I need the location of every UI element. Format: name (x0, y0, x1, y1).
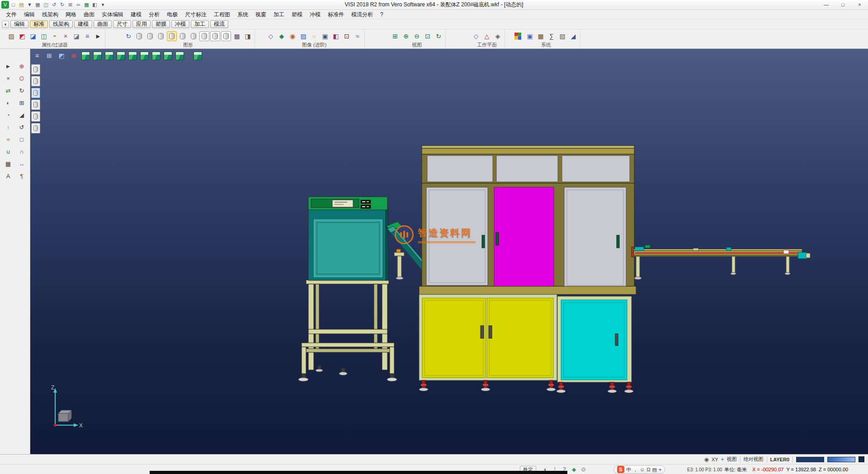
trim-icon[interactable]: × (2, 73, 14, 84)
active-color-swatch[interactable] (859, 456, 864, 462)
select-icon[interactable]: ► (93, 31, 103, 41)
hatch-icon[interactable]: ▨ (557, 31, 567, 41)
settings-status-icon[interactable]: ⊙ (580, 466, 587, 474)
snapshot-icon[interactable]: ⊡ (342, 31, 352, 41)
view-cube-dynamic[interactable] (193, 52, 202, 60)
snap-indicator-icon[interactable]: ◉ (704, 456, 708, 463)
new-file-icon[interactable]: □ (9, 1, 17, 9)
viewport-3d[interactable]: ≡⊞◩⊕ (30, 49, 868, 454)
display-filter-3[interactable] (31, 88, 40, 98)
layer-box-icon[interactable] (221, 31, 231, 41)
ime-toolbar[interactable]: S中，☺Ω▤+ (613, 465, 665, 474)
layer-current-icon[interactable] (167, 31, 177, 41)
restore-button[interactable]: □ (835, 0, 851, 9)
menu-item[interactable]: 实体编辑 (98, 10, 127, 19)
mask-icon[interactable]: ◨ (243, 31, 253, 41)
pattern-icon[interactable]: ▦ (2, 158, 14, 169)
chamfer-icon[interactable]: ◢ (16, 109, 28, 120)
palette-icon[interactable] (514, 31, 524, 41)
toolbar-tab[interactable]: 曲面 (94, 20, 112, 28)
toolbar-tab[interactable]: 应用 (132, 20, 151, 28)
view-cube-iso-4[interactable] (175, 52, 184, 60)
color-filter-icon[interactable]: ◩ (17, 31, 27, 41)
toolbar-tab[interactable]: 模流 (210, 20, 228, 28)
camera-icon[interactable]: ▣ (320, 31, 330, 41)
menu-item[interactable]: 模流分析 (348, 10, 377, 19)
preview-icon[interactable]: ◫ (42, 1, 50, 9)
minimize-button[interactable]: — (818, 0, 835, 9)
view-cube-iso-2[interactable] (152, 52, 160, 60)
move-icon[interactable]: ⇄ (2, 85, 14, 96)
toolbar-tab[interactable]: 加工 (191, 20, 209, 28)
erase-icon[interactable]: ◪ (71, 31, 81, 41)
intersect-icon[interactable]: ∩ (16, 146, 28, 157)
layer-box-icon[interactable] (210, 31, 220, 41)
zoom-window-icon[interactable]: ⊞ (390, 31, 400, 41)
layer-indicator[interactable]: LAYER0 (770, 457, 789, 462)
grid-icon[interactable]: ▩ (83, 1, 90, 9)
link-icon[interactable]: ∞ (75, 1, 82, 9)
menu-item[interactable]: 工程图 (210, 10, 234, 19)
menu-item[interactable]: ? (377, 10, 387, 19)
output-conveyor[interactable] (634, 245, 810, 280)
layer-icon[interactable] (189, 31, 198, 41)
tab-dropdown-icon[interactable]: ▾ (2, 21, 9, 28)
cad-model-canvas[interactable]: Z X (30, 49, 868, 454)
view-cube-iso-3[interactable] (164, 52, 172, 60)
view-cube-left[interactable] (117, 52, 125, 60)
zoom-fit-icon[interactable]: ⊡ (423, 31, 433, 41)
zoom-in-icon[interactable]: ⊕ (401, 31, 411, 41)
shaded-icon[interactable]: ◆ (277, 31, 287, 41)
toolbar-tab[interactable]: 编辑 (10, 20, 28, 28)
revolve-icon[interactable]: ↺ (16, 122, 28, 133)
ime-mode-icon[interactable]: 中 (626, 466, 631, 473)
light-icon[interactable]: ○ (309, 31, 319, 41)
menu-item[interactable]: 编辑 (20, 10, 38, 19)
menu-item[interactable]: 分析 (145, 10, 163, 19)
display-filter-5[interactable] (31, 111, 40, 122)
workplane-axis-icon[interactable]: △ (482, 31, 492, 41)
view-mode-label[interactable]: 视图 (727, 456, 737, 463)
qat-dropdown-icon[interactable]: ▾ (99, 1, 107, 9)
annotation-icon[interactable]: ¶ (16, 171, 28, 181)
element-filter-icon[interactable]: ◫ (39, 31, 49, 41)
toolbar-tab[interactable]: 建模 (74, 20, 92, 28)
table-icon[interactable]: ▦ (536, 31, 546, 41)
screen-icon[interactable]: ◧ (91, 1, 99, 9)
match-properties-icon[interactable]: ≡ (82, 31, 92, 41)
save-icon[interactable]: ▼ (26, 1, 33, 9)
menu-item[interactable]: 线架构 (38, 10, 62, 19)
clip-plane-icon[interactable]: ◧ (331, 31, 341, 41)
array-icon[interactable]: ⊞ (16, 97, 28, 108)
vp-menu-icon[interactable]: ≡ (33, 51, 42, 60)
toolbar-tab[interactable]: 塑膜 (152, 20, 170, 28)
layer-icon[interactable] (156, 31, 166, 41)
gradient-icon[interactable]: ◢ (568, 31, 578, 41)
menu-item[interactable]: 加工 (270, 10, 288, 19)
ime-tool-icon[interactable]: + (659, 467, 661, 472)
layer-icon[interactable] (134, 31, 144, 41)
close-button[interactable]: × (851, 0, 868, 9)
menu-item[interactable]: 建模 (127, 10, 145, 19)
rotate-icon[interactable]: ↻ (16, 85, 28, 96)
wireframe-icon[interactable]: ◇ (266, 31, 276, 41)
copy-icon[interactable]: ⊞ (66, 1, 74, 9)
menu-item[interactable]: 电极 (163, 10, 181, 19)
crosshair-icon[interactable]: + (721, 456, 724, 463)
dimension-icon[interactable]: ↔ (16, 158, 28, 169)
ime-keyboard-icon[interactable]: ▤ (652, 467, 656, 473)
open-file-icon[interactable]: ▤ (18, 1, 25, 9)
image-options-icon[interactable]: ≈ (353, 31, 363, 41)
layer-filter-icon[interactable]: ◪ (28, 31, 38, 41)
zoom-out-icon[interactable]: ⊖ (412, 31, 422, 41)
visi-logo-icon[interactable]: V (1, 1, 9, 9)
display-filter-2[interactable] (31, 76, 40, 86)
view-cube-iso-1[interactable] (140, 52, 149, 60)
fillet-ic on[interactable]: ◔ (2, 109, 14, 120)
text-icon[interactable]: A (2, 171, 14, 181)
menu-item[interactable]: 冲模 (306, 10, 324, 19)
display-filter-4[interactable] (31, 100, 40, 110)
ime-logo-icon[interactable]: S (617, 466, 624, 473)
ime-mic-icon[interactable]: Ω (646, 467, 650, 472)
properties-icon[interactable]: ▨ (6, 31, 16, 41)
